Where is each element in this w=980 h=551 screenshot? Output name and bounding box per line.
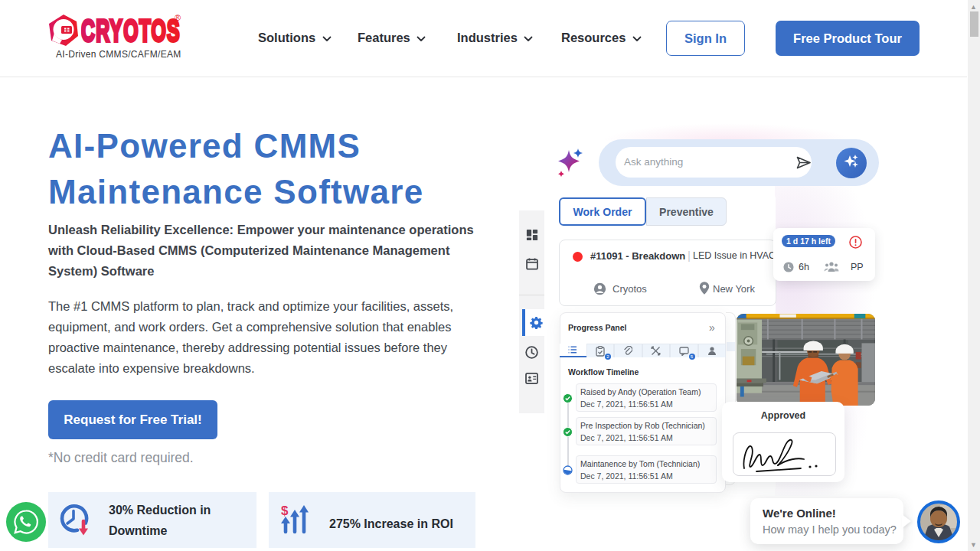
svg-text:$: $ <box>281 504 289 518</box>
svg-text:CRYOTOS: CRYOTOS <box>81 14 181 46</box>
